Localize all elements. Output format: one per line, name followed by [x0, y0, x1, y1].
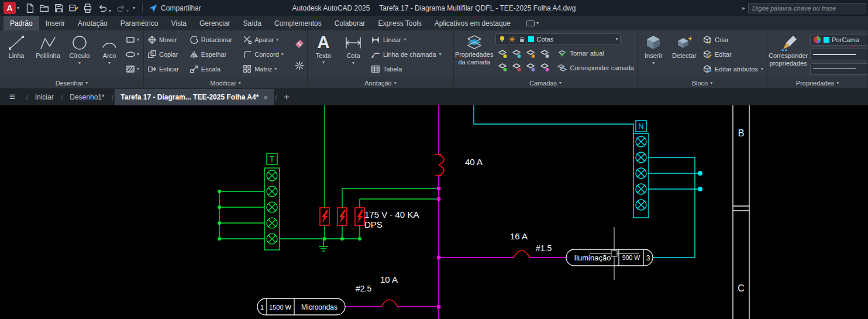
- arc-button[interactable]: Arco ▾: [95, 32, 124, 77]
- leader-button[interactable]: Linha de chamada ▾: [371, 50, 450, 59]
- text-button[interactable]: A Texto ▾: [309, 32, 338, 77]
- tab-parametrico[interactable]: Paramétrico: [114, 16, 165, 30]
- layer-dropdown[interactable]: Cotas ▾: [495, 33, 621, 45]
- line-button[interactable]: Linha: [1, 32, 32, 77]
- tab-express-tools[interactable]: Express Tools: [371, 16, 428, 30]
- layer-on-button[interactable]: [495, 61, 509, 74]
- circuit-light-qty[interactable]: 3: [646, 254, 650, 262]
- trim-button[interactable]: Aparar ▾: [242, 33, 292, 47]
- panel-label-propriedades[interactable]: Propriedades ▾: [767, 77, 867, 88]
- polyline-button[interactable]: Polilinha: [32, 32, 64, 77]
- terminal-t-label[interactable]: T: [270, 155, 274, 163]
- save-as-button[interactable]: [67, 2, 80, 15]
- wire-gauge-1-5-label[interactable]: #1.5: [536, 243, 552, 253]
- mirror-button[interactable]: Espelhar: [188, 47, 240, 62]
- panel-label-desenhar[interactable]: Desenhar ▾: [0, 77, 143, 88]
- dps-rating-label[interactable]: 175 V - 40 KA: [364, 210, 419, 219]
- linetype-dropdown[interactable]: ▾: [810, 63, 868, 75]
- layer-properties-button[interactable]: Propriedades da camada: [455, 32, 493, 77]
- circuit-micro-qty[interactable]: 1: [260, 304, 264, 311]
- layer-off-button[interactable]: [495, 47, 509, 60]
- move-button[interactable]: Mover: [146, 33, 187, 47]
- file-tab-tarefa17[interactable]: Tarefa 17 - Diagram... TEE-2025 Folha A4…: [115, 89, 274, 105]
- circuit-light-name[interactable]: Iluminação: [574, 253, 611, 262]
- rotate-button[interactable]: Rotacionar: [188, 33, 240, 47]
- tab-gerenciar[interactable]: Gerenciar: [193, 16, 237, 30]
- panel-label-modificar[interactable]: Modificar ▾: [144, 77, 307, 88]
- tab-complementos[interactable]: Complementos: [268, 16, 328, 30]
- panel-label-anotacao[interactable]: Anotação ▾: [308, 77, 453, 88]
- terminal-n-label[interactable]: N: [638, 122, 643, 131]
- erase-button[interactable]: [294, 38, 305, 50]
- help-search-input[interactable]: [748, 3, 866, 13]
- edit-block-button[interactable]: Editar: [702, 50, 763, 59]
- undo-button[interactable]: ▾: [97, 2, 112, 15]
- circle-button[interactable]: Círculo ▾: [64, 32, 95, 77]
- explode-button[interactable]: [294, 60, 305, 71]
- tab-aplicativos-destaque[interactable]: Aplicativos em destaque: [428, 16, 517, 30]
- rectangle-button[interactable]: ▾: [125, 34, 140, 46]
- file-tab-desenho1[interactable]: Desenho1*: [64, 89, 110, 105]
- object-color-dropdown[interactable]: PorCama ▾: [810, 34, 868, 46]
- new-tab-button[interactable]: +: [278, 89, 295, 105]
- layer-unlock-button[interactable]: [523, 61, 537, 74]
- drawing-area[interactable]: T N 40 A 16 A 10 A #1.5 #2.5 175 V - 40 …: [0, 105, 868, 319]
- panel-label-bloco[interactable]: Bloco ▾: [638, 77, 767, 88]
- drawing-canvas[interactable]: T N 40 A 16 A 10 A #1.5 #2.5 175 V - 40 …: [0, 105, 868, 319]
- save-button[interactable]: [53, 2, 66, 15]
- match-properties-button[interactable]: Corresponder propriedades: [769, 32, 808, 77]
- hatch-button[interactable]: ▾: [125, 63, 140, 75]
- circuit-micro-name[interactable]: Microondas: [301, 303, 337, 311]
- create-block-button[interactable]: Criar: [702, 35, 763, 44]
- tab-anotacao[interactable]: Anotação: [71, 16, 114, 30]
- circuit-micro-power[interactable]: 1500 W: [269, 304, 292, 311]
- linear-dimension-button[interactable]: Linear ▾: [371, 35, 450, 44]
- breaker-10a-label[interactable]: 10 A: [380, 275, 398, 284]
- breaker-16a-label[interactable]: 16 A: [510, 231, 528, 241]
- layer-freeze-button[interactable]: [523, 47, 537, 60]
- lineweight-dropdown[interactable]: ▾: [810, 49, 868, 60]
- make-current-button[interactable]: Tornar atual: [557, 49, 633, 57]
- detect-block-button[interactable]: Detectar: [669, 32, 700, 77]
- neutral-wiring[interactable]: [474, 105, 700, 258]
- protection-symbols[interactable]: [320, 155, 530, 307]
- insert-block-button[interactable]: Inserir ▾: [639, 32, 669, 77]
- wire-gauge-2-5-label[interactable]: #2.5: [356, 284, 371, 293]
- ground-wiring[interactable]: [219, 105, 439, 251]
- dps-label[interactable]: DPS: [364, 219, 383, 229]
- new-drawing-button[interactable]: [23, 2, 36, 15]
- table-button[interactable]: Tabela: [371, 64, 450, 74]
- tab-colaborar[interactable]: Colaborar: [328, 16, 372, 30]
- tab-vista[interactable]: Vista: [164, 16, 192, 30]
- copy-button[interactable]: Copiar: [146, 47, 187, 62]
- breaker-40a-label[interactable]: 40 A: [465, 157, 483, 167]
- edit-attributes-button[interactable]: Editar atributos ▾: [702, 64, 763, 74]
- tab-inserir[interactable]: Inserir: [39, 16, 71, 30]
- layer-lock-button[interactable]: [538, 47, 551, 60]
- search-arrow-icon[interactable]: ▸: [742, 5, 745, 11]
- tab-saida[interactable]: Saída: [237, 16, 268, 30]
- panel-label-camadas[interactable]: Camadas ▾: [454, 77, 637, 88]
- circuit-light-power[interactable]: 900 W: [622, 254, 640, 261]
- layer-walk-button[interactable]: [538, 61, 551, 74]
- close-tab-icon[interactable]: ×: [263, 93, 268, 102]
- ellipse-button[interactable]: ▾: [125, 49, 140, 60]
- redo-button[interactable]: ▾: [114, 2, 130, 15]
- array-button[interactable]: Matriz ▾: [242, 61, 292, 76]
- ribbon-display-toggle[interactable]: ▾: [523, 16, 542, 30]
- plot-button[interactable]: [82, 2, 95, 15]
- layer-thaw-all-button[interactable]: [509, 61, 523, 74]
- match-layer-button[interactable]: Corresponder camada: [557, 64, 633, 72]
- qat-customize-button[interactable]: ▾: [132, 5, 136, 12]
- file-tab-menu-button[interactable]: ≡: [0, 89, 25, 105]
- tab-padrao[interactable]: Padrão: [4, 16, 39, 30]
- fillet-button[interactable]: Concord ▾: [242, 47, 292, 62]
- scale-button[interactable]: Escala: [188, 61, 240, 76]
- layer-isolate-button[interactable]: [509, 47, 523, 60]
- open-button[interactable]: [38, 2, 51, 15]
- app-menu-button[interactable]: A ▾: [4, 2, 19, 14]
- dimension-button[interactable]: Cota ▾: [338, 32, 368, 77]
- file-tab-iniciar[interactable]: Iniciar: [29, 89, 60, 105]
- share-button[interactable]: Compartilhar: [149, 4, 201, 13]
- stretch-button[interactable]: Esticar: [146, 61, 187, 76]
